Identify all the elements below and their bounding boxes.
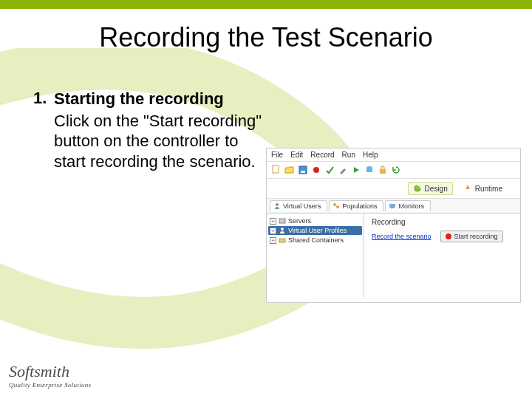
top-accent-bar [0,0,532,9]
menu-edit[interactable]: Edit [290,151,303,159]
svg-rect-14 [279,219,285,223]
user-icon [273,202,281,210]
mode-bar: Design Runtime [267,179,520,199]
runtime-icon [463,184,472,193]
recording-section-label: Recording [372,218,513,226]
svg-rect-5 [366,168,372,172]
populations-icon [332,202,340,210]
container-icon [279,236,286,244]
design-mode-button[interactable]: Design [408,182,453,195]
right-panel: Recording Record the scenario Start reco… [364,214,520,299]
svg-point-9 [276,203,279,206]
tree-servers-label: Servers [288,217,311,225]
runtime-mode-button[interactable]: Runtime [459,182,507,195]
design-icon [413,184,422,193]
tab-virtual-users[interactable]: Virtual Users [270,200,327,211]
expand-icon[interactable]: + [270,237,276,244]
controller-screenshot: File Edit Record Run Help Design Runtime [266,148,521,303]
slide-title: Recording the Test Scenario [0,22,532,53]
tab-populations[interactable]: Populations [329,200,383,211]
tab-bar: Virtual Users Populations Monitors [267,199,520,214]
play-icon[interactable] [351,165,361,175]
profile-icon [279,227,286,234]
record-dot-icon [446,233,451,239]
menubar: File Edit Record Run Help [267,149,520,162]
expand-icon[interactable]: + [270,228,276,234]
save-icon[interactable] [298,165,308,175]
monitors-icon [389,202,396,210]
logo-name: Softsmith [9,362,91,381]
svg-point-10 [333,203,336,206]
menu-run[interactable]: Run [342,151,355,159]
screenshot-body: + Servers + Virtual User Profiles + Shar… [267,214,520,299]
tree-shared-containers[interactable]: + Shared Containers [268,236,362,245]
tab-monitors-label: Monitors [398,202,424,210]
footer-logo: Softsmith Quality Enterprise Solutions [9,362,91,389]
menu-file[interactable]: File [271,151,283,159]
step-number: 1. [33,89,54,108]
tree-vup-label: Virtual User Profiles [288,227,347,234]
logo-tagline: Quality Enterprise Solutions [9,381,91,389]
svg-rect-0 [273,166,279,173]
tab-virtual-users-label: Virtual Users [283,202,321,210]
step-body-text: Click on the "Start recording" button on… [54,111,262,172]
start-recording-button[interactable]: Start recording [440,231,503,242]
svg-rect-16 [279,239,285,242]
svg-rect-2 [301,171,305,173]
tool-icon[interactable] [338,165,348,175]
new-icon[interactable] [271,165,282,175]
svg-point-11 [336,205,339,208]
menu-help[interactable]: Help [363,151,378,159]
open-icon[interactable] [284,165,295,175]
tree-sc-label: Shared Containers [288,236,344,244]
tree-servers[interactable]: + Servers [268,216,362,225]
server-icon [279,217,286,225]
runtime-label: Runtime [475,185,502,193]
svg-rect-6 [380,169,386,174]
tree-panel: + Servers + Virtual User Profiles + Shar… [267,214,364,299]
start-recording-label: Start recording [454,233,498,240]
svg-rect-13 [391,208,394,208]
db-icon[interactable] [364,165,375,175]
refresh-icon[interactable] [391,165,401,175]
expand-icon[interactable]: + [270,218,276,225]
svg-point-15 [281,228,284,231]
record-icon[interactable] [311,165,321,175]
tab-populations-label: Populations [342,202,377,210]
record-scenario-link[interactable]: Record the scenario [372,233,432,240]
svg-point-3 [313,167,319,173]
lock-icon[interactable] [378,165,388,175]
check-icon[interactable] [324,165,335,175]
svg-rect-12 [389,204,395,208]
design-label: Design [425,185,448,193]
step-block: 1. Starting the recording Click on the "… [33,89,262,171]
tree-virtual-user-profiles[interactable]: + Virtual User Profiles [268,226,362,235]
step-heading: Starting the recording [54,89,262,109]
toolbar [267,162,520,179]
tab-monitors[interactable]: Monitors [385,200,431,211]
menu-record[interactable]: Record [310,151,334,159]
